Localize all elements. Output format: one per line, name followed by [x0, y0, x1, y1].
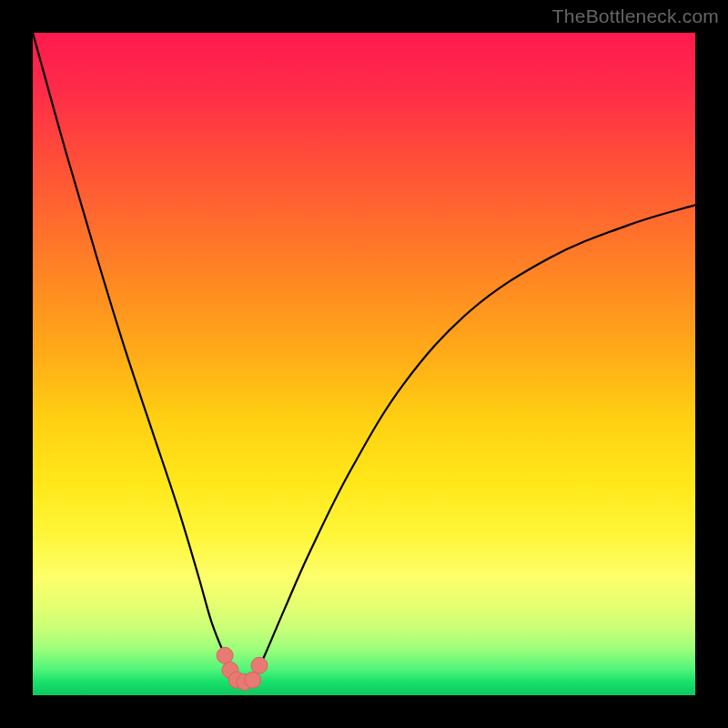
bottleneck-curve [33, 33, 695, 682]
plot-area [33, 33, 695, 695]
optimal-markers [217, 647, 268, 690]
optimal-marker [251, 657, 268, 673]
optimal-marker [217, 647, 233, 663]
chart-frame: TheBottleneck.com [0, 0, 728, 728]
bottleneck-chart [33, 33, 695, 695]
optimal-marker [245, 672, 261, 688]
watermark-text: TheBottleneck.com [552, 5, 719, 27]
